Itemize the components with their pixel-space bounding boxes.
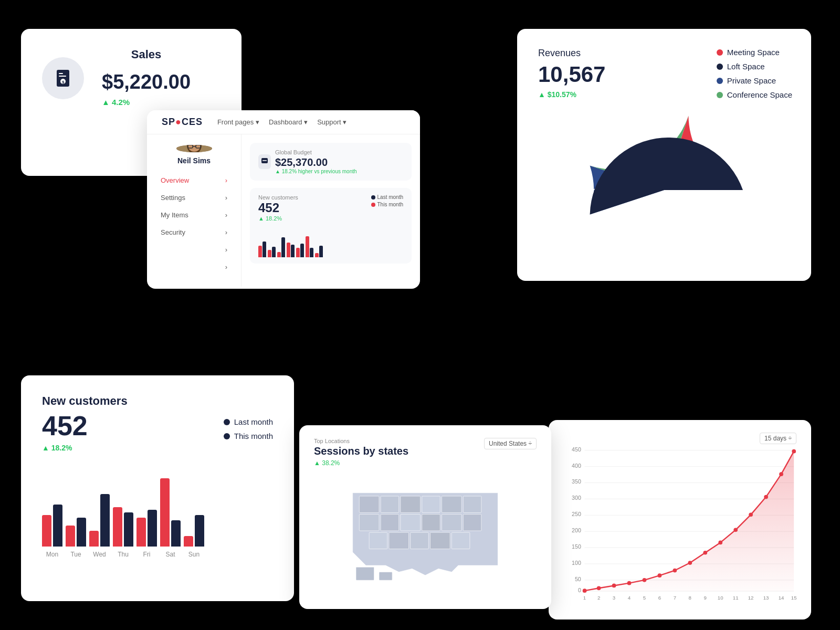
legend-dot-last xyxy=(224,419,230,425)
legend-dot-conference xyxy=(717,92,723,98)
nc-label: New customers xyxy=(258,194,298,201)
svg-text:20%: 20% xyxy=(621,127,639,137)
nc-legend: Last month This month xyxy=(371,194,403,207)
menu-item-settings[interactable]: Settings › xyxy=(155,190,233,206)
svg-rect-35 xyxy=(379,572,392,581)
customers-change: ▲ 18.2% xyxy=(42,444,273,452)
bar-group-thu xyxy=(113,507,133,547)
svg-text:14: 14 xyxy=(779,595,784,601)
svg-text:2: 2 xyxy=(597,595,600,601)
svg-text:400: 400 xyxy=(572,463,581,469)
svg-rect-17 xyxy=(262,160,267,161)
svg-point-69 xyxy=(764,495,768,499)
svg-rect-24 xyxy=(359,514,379,531)
svg-rect-19 xyxy=(381,496,399,512)
bar-tue-red xyxy=(66,526,75,547)
dashboard-menu: Overview › Settings › My Items › Securit… xyxy=(147,172,241,276)
bar-tue-navy xyxy=(77,518,86,547)
svg-text:300: 300 xyxy=(572,495,581,501)
svg-rect-36 xyxy=(356,567,374,580)
bar-fri-navy xyxy=(148,510,157,547)
svg-point-61 xyxy=(643,578,647,582)
bar-group-fri xyxy=(136,510,157,547)
svg-point-62 xyxy=(658,573,662,578)
svg-point-64 xyxy=(688,561,692,565)
bar-sun-red xyxy=(184,536,193,547)
bar-label-thu: Thu xyxy=(113,551,133,558)
svg-text:9: 9 xyxy=(704,595,707,601)
user-avatar xyxy=(176,145,212,152)
legend-dot-this xyxy=(224,433,230,439)
legend-dot-private xyxy=(717,78,723,84)
menu-item-extra1[interactable]: › xyxy=(155,242,233,258)
svg-point-59 xyxy=(612,584,616,588)
dashboard-sidebar: Neil Sims Overview › Settings › My Items… xyxy=(147,134,242,287)
svg-text:150: 150 xyxy=(572,543,581,550)
nc-change: ▲ 18.2% xyxy=(258,215,298,222)
legend-dot-loft xyxy=(717,64,723,70)
legend-this-month: This month xyxy=(224,432,273,440)
bar-group-sat xyxy=(160,478,181,547)
svg-text:200: 200 xyxy=(572,527,581,533)
svg-text:4: 4 xyxy=(628,595,631,601)
svg-rect-21 xyxy=(422,496,440,512)
customers-title: New customers xyxy=(42,394,273,408)
nc-value: 452 xyxy=(258,201,298,215)
svg-text:100: 100 xyxy=(572,560,581,566)
mini-bar-chart xyxy=(258,226,403,257)
user-name: Neil Sims xyxy=(177,156,211,165)
sales-change: ▲ 4.2% xyxy=(102,98,191,107)
legend-label-loft: Loft Space xyxy=(727,62,765,71)
map-country-selector[interactable]: United States ÷ xyxy=(484,438,537,449)
bar-fri-red xyxy=(136,518,146,547)
nav-dashboard[interactable]: Dashboard ▾ xyxy=(269,118,308,126)
svg-rect-20 xyxy=(401,496,421,512)
bar-sat-red xyxy=(160,478,170,547)
bar-mon-navy xyxy=(53,505,62,547)
menu-item-extra2[interactable]: › xyxy=(155,259,233,275)
bar-label-sat: Sat xyxy=(160,551,181,558)
legend-item-private: Private Space xyxy=(717,76,792,85)
menu-item-overview[interactable]: Overview › xyxy=(155,172,233,188)
svg-point-65 xyxy=(703,551,707,555)
svg-text:450: 450 xyxy=(572,446,581,453)
bar-wed-navy xyxy=(100,494,110,547)
svg-rect-22 xyxy=(442,496,461,512)
svg-point-66 xyxy=(718,541,722,545)
svg-point-67 xyxy=(733,528,738,532)
legend-label-conference: Conference Space xyxy=(727,90,792,99)
svg-point-70 xyxy=(779,472,783,476)
svg-rect-23 xyxy=(463,496,481,512)
svg-text:50: 50 xyxy=(575,576,581,582)
dashboard-card: SP●CES Front pages ▾ Dashboard ▾ Support… xyxy=(147,110,420,289)
legend-label-this: This month xyxy=(234,432,273,440)
legend-item-loft: Loft Space xyxy=(717,62,792,71)
sales-title: Sales xyxy=(102,48,191,61)
svg-rect-2 xyxy=(59,76,66,77)
svg-rect-28 xyxy=(442,514,461,531)
logo-dot: ● xyxy=(175,117,182,127)
usa-map xyxy=(314,473,537,589)
global-budget-label: Global Budget xyxy=(275,149,357,155)
dashboard-logo: SP●CES xyxy=(162,117,203,128)
sales-amount: $5,220.00 xyxy=(102,71,191,93)
svg-point-63 xyxy=(673,569,677,573)
days-selector[interactable]: 15 days ÷ xyxy=(760,433,796,444)
bar-label-fri: Fri xyxy=(136,551,157,558)
svg-text:$: $ xyxy=(62,80,65,85)
nav-front-pages[interactable]: Front pages ▾ xyxy=(217,118,259,126)
bar-label-mon: Mon xyxy=(42,551,62,558)
legend-label-private: Private Space xyxy=(727,76,776,85)
svg-point-58 xyxy=(597,586,601,590)
customers-card: New customers 452 ▲ 18.2% Last month Thi… xyxy=(21,375,294,601)
svg-point-71 xyxy=(792,449,796,454)
svg-point-60 xyxy=(627,581,632,585)
global-budget-amount: $25,370.00 xyxy=(275,156,357,169)
nav-support[interactable]: Support ▾ xyxy=(317,118,346,126)
svg-text:3: 3 xyxy=(613,595,615,601)
menu-item-security[interactable]: Security › xyxy=(155,224,233,240)
menu-item-my-items[interactable]: My Items › xyxy=(155,207,233,223)
map-card: Top Locations Sessions by states ▲ 38.2%… xyxy=(299,425,551,609)
svg-rect-33 xyxy=(430,532,450,549)
legend-item-meeting: Meeting Space xyxy=(717,48,792,57)
